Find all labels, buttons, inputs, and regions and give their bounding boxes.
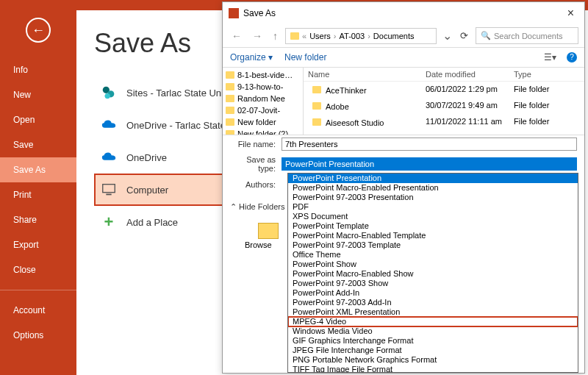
filetype-option[interactable]: PowerPoint 97-2003 Template	[288, 240, 578, 250]
folder-tree[interactable]: 8-1-best-vide…9-13-how-to-Random Nee02-0…	[223, 68, 304, 135]
file-list[interactable]: Name Date modified Type AceThinker06/01/…	[304, 68, 584, 135]
help-icon[interactable]: ?	[567, 52, 577, 63]
svg-point-2	[105, 93, 110, 99]
nav-up-icon[interactable]: ↑	[270, 29, 281, 43]
nav-forward-icon[interactable]: →	[249, 29, 265, 43]
dialog-title: Save As	[243, 8, 276, 18]
folder-icon	[312, 118, 321, 126]
filetype-option[interactable]: PowerPoint 97-2003 Show	[288, 279, 578, 288]
filetype-option[interactable]: PDF	[288, 202, 578, 212]
filetype-option[interactable]: GIF Graphics Interchange Format	[288, 336, 578, 346]
folder-icon	[290, 32, 299, 40]
filetype-option[interactable]: PowerPoint Macro-Enabled Show	[288, 269, 578, 279]
filetype-option[interactable]: PowerPoint Show	[288, 260, 578, 269]
folder-icon	[226, 130, 234, 135]
filetype-option[interactable]: XPS Document	[288, 212, 578, 221]
onedrive-icon	[100, 116, 118, 134]
filetype-option[interactable]: JPEG File Interchange Format	[288, 346, 578, 355]
back-arrow-icon: ←	[32, 23, 45, 38]
close-button[interactable]: ×	[563, 7, 578, 20]
breadcrumb[interactable]: « Users› AT-003› Documents	[285, 28, 437, 44]
sidebar-item-export[interactable]: Export	[0, 232, 76, 257]
computer-icon	[100, 181, 118, 199]
browse-label: Browse	[245, 240, 272, 249]
sidebar-item-open[interactable]: Open	[0, 107, 76, 132]
filetype-option[interactable]: PNG Portable Network Graphics Format	[288, 355, 578, 365]
sidebar-item-save-as[interactable]: Save As	[0, 157, 76, 182]
column-type[interactable]: Type	[509, 68, 536, 81]
onedrive-icon	[100, 149, 118, 166]
tree-item[interactable]: Random Nee	[223, 93, 303, 104]
sidebar: ← InfoNewOpenSaveSave AsPrintShareExport…	[0, 0, 76, 375]
svg-rect-3	[103, 185, 115, 193]
tree-item[interactable]: 9-13-how-to-	[223, 81, 303, 93]
sidebar-divider	[0, 290, 76, 290]
file-row[interactable]: Aiseesoft Studio11/01/2022 11:11 amFile …	[304, 114, 584, 130]
plus-icon: +	[100, 213, 118, 231]
authors-label: Authors:	[230, 180, 282, 189]
dialog-titlebar: Save As ×	[223, 2, 584, 24]
filename-label: File name:	[230, 140, 282, 149]
search-input[interactable]: 🔍 Search Documents	[476, 27, 578, 44]
tree-item[interactable]: New folder	[223, 116, 303, 128]
tree-item[interactable]: 02-07-Jovit-	[223, 104, 303, 116]
filetype-options-popup: PowerPoint PresentationPowerPoint Macro-…	[287, 173, 578, 373]
saveastype-dropdown[interactable]: PowerPoint Presentation	[282, 157, 577, 171]
filetype-option[interactable]: PowerPoint 97-2003 Add-In	[288, 298, 578, 307]
column-date[interactable]: Date modified	[421, 68, 509, 81]
filetype-option[interactable]: Office Theme	[288, 250, 578, 260]
file-row[interactable]: Adobe30/07/2021 9:49 amFile folder	[304, 98, 584, 114]
browse-folder-icon	[258, 223, 279, 239]
filename-input[interactable]	[282, 138, 577, 151]
search-icon: 🔍	[481, 31, 491, 40]
location-label: OneDrive	[126, 152, 167, 163]
filetype-option[interactable]: PowerPoint Macro-Enabled Presentation	[288, 183, 578, 193]
sidebar-item-account[interactable]: Account	[0, 298, 76, 323]
sharepoint-icon	[100, 84, 118, 101]
sidebar-item-save[interactable]: Save	[0, 132, 76, 157]
sidebar-item-info[interactable]: Info	[0, 57, 76, 82]
location-label: Add a Place	[126, 217, 178, 228]
refresh-icon[interactable]: ⟳	[457, 29, 471, 43]
new-folder-button[interactable]: New folder	[284, 52, 326, 63]
filetype-option[interactable]: PowerPoint Template	[288, 221, 578, 231]
nav-back-icon[interactable]: ←	[229, 29, 245, 43]
file-row[interactable]: AceThinker06/01/2022 1:29 pmFile folder	[304, 82, 584, 98]
filetype-option[interactable]: PowerPoint Add-In	[288, 288, 578, 298]
folder-icon	[226, 95, 234, 102]
folder-icon	[226, 83, 234, 90]
tree-item[interactable]: 8-1-best-vide…	[223, 69, 303, 81]
filetype-option[interactable]: Windows Media Video	[288, 326, 578, 336]
sidebar-item-print[interactable]: Print	[0, 182, 76, 207]
filetype-option[interactable]: MPEG-4 Video	[288, 317, 578, 326]
sidebar-item-new[interactable]: New	[0, 82, 76, 107]
filetype-option[interactable]: PowerPoint XML Presentation	[288, 307, 578, 317]
filetype-option[interactable]: TIFF Tag Image File Format	[288, 365, 578, 373]
hide-folders-button[interactable]: ⌃ Hide Folders	[230, 202, 284, 212]
sidebar-item-close[interactable]: Close	[0, 257, 76, 282]
file-browser: 8-1-best-vide…9-13-how-to-Random Nee02-0…	[223, 68, 584, 135]
organize-button[interactable]: Organize ▾	[230, 52, 273, 63]
folder-icon	[312, 102, 321, 110]
column-name[interactable]: Name	[304, 68, 421, 81]
folder-icon	[226, 71, 234, 79]
dialog-nav: ← → ↑ « Users› AT-003› Documents ⌄ ⟳ 🔍 S…	[223, 24, 584, 48]
folder-icon	[226, 107, 234, 114]
back-button[interactable]: ←	[26, 18, 51, 43]
location-label: Computer	[126, 185, 168, 196]
breadcrumb-dropdown[interactable]: ⌄	[441, 29, 453, 43]
file-row[interactable]: Any Video Recorder05/01/2022 7:39 amFile…	[304, 130, 584, 135]
save-as-dialog: Save As × ← → ↑ « Users› AT-003› Documen…	[222, 1, 585, 374]
filetype-option[interactable]: PowerPoint Presentation	[288, 174, 578, 183]
chevron-up-icon: ⌃	[230, 202, 237, 211]
dialog-toolbar: Organize ▾ New folder ☰▾ ?	[223, 48, 584, 68]
svg-rect-4	[106, 194, 111, 196]
view-icon[interactable]: ☰▾	[544, 52, 556, 63]
folder-icon	[226, 118, 234, 126]
tree-item[interactable]: New folder (2)	[223, 128, 303, 135]
saveastype-label: Save as type:	[230, 155, 282, 173]
sidebar-item-options[interactable]: Options	[0, 323, 76, 348]
filetype-option[interactable]: PowerPoint 97-2003 Presentation	[288, 193, 578, 202]
sidebar-item-share[interactable]: Share	[0, 207, 76, 232]
filetype-option[interactable]: PowerPoint Macro-Enabled Template	[288, 231, 578, 240]
